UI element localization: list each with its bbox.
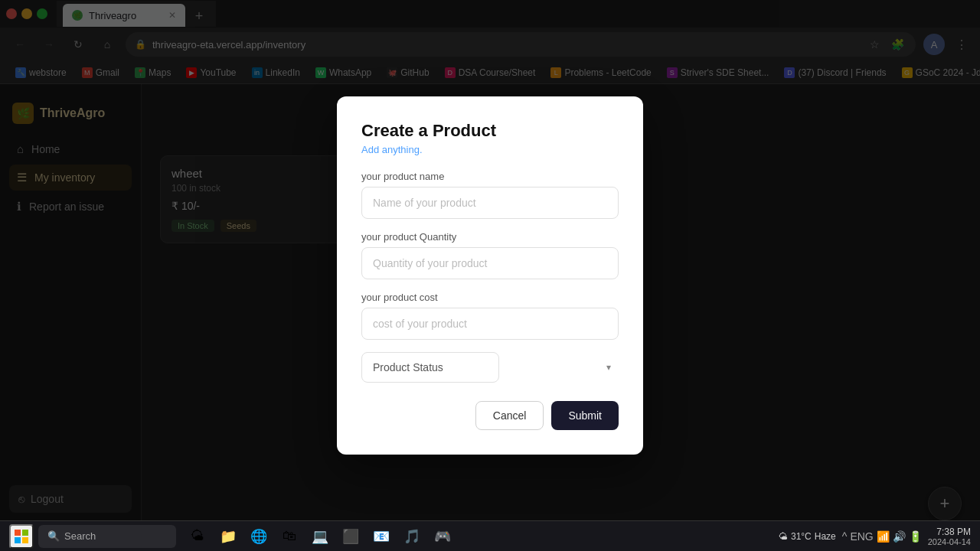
product-quantity-label: your product Quantity: [361, 231, 619, 243]
clock-time: 7:38 PM: [928, 527, 971, 537]
search-icon: 🔍: [47, 530, 60, 542]
taskbar-app-mail[interactable]: 📧: [368, 523, 395, 550]
product-cost-group: your product cost: [361, 292, 619, 340]
taskbar-app-terminal[interactable]: ⬛: [337, 523, 364, 550]
weather-widget: 🌤 31°C Haze: [779, 531, 836, 542]
cancel-button[interactable]: Cancel: [475, 401, 544, 430]
taskbar-app-vscode[interactable]: 💻: [306, 523, 334, 550]
windows-icon: [15, 530, 28, 543]
weather-condition: Haze: [815, 531, 836, 542]
taskbar-app-browser[interactable]: 🌐: [245, 523, 273, 550]
product-status-select[interactable]: Product Status In Stock Out of Stock Low…: [361, 352, 499, 383]
product-name-input[interactable]: [361, 187, 619, 219]
taskbar: 🔍 Search 🌤 📁 🌐 🛍 💻 ⬛ 📧 🎵 🎮 🌤 31°C Haze ^…: [0, 520, 980, 551]
product-quantity-group: your product Quantity: [361, 231, 619, 279]
weather-temp: 31°C: [791, 531, 812, 542]
start-button[interactable]: [9, 524, 34, 549]
chevron-up-icon[interactable]: ^: [842, 530, 848, 543]
taskbar-clock[interactable]: 7:38 PM 2024-04-14: [928, 527, 971, 546]
weather-icon: 🌤: [779, 531, 788, 542]
product-status-group: Product Status In Stock Out of Stock Low…: [361, 352, 619, 383]
lang-indicator: ENG: [850, 530, 873, 543]
taskbar-app-widgets[interactable]: 🌤: [184, 523, 211, 550]
chevron-down-icon: ▾: [606, 362, 611, 373]
taskbar-app-store[interactable]: 🛍: [276, 523, 303, 550]
modal-title: Create a Product: [361, 121, 619, 141]
taskbar-search-label: Search: [64, 530, 96, 542]
taskbar-app-music[interactable]: 🎵: [398, 523, 426, 550]
modal-overlay: Create a Product Add anything. your prod…: [0, 0, 980, 551]
create-product-modal: Create a Product Add anything. your prod…: [337, 96, 643, 455]
taskbar-search-box[interactable]: 🔍 Search: [38, 525, 176, 548]
taskbar-right: 🌤 31°C Haze ^ ENG 📶 🔊 🔋 7:38 PM 2024-04-…: [779, 527, 971, 546]
modal-subtitle: Add anything.: [361, 144, 619, 155]
modal-actions: Cancel Submit: [361, 401, 619, 430]
svg-rect-1: [22, 530, 28, 536]
taskbar-apps: 🌤 📁 🌐 🛍 💻 ⬛ 📧 🎵 🎮: [184, 523, 456, 550]
svg-rect-2: [15, 537, 21, 543]
svg-rect-3: [22, 537, 28, 543]
product-cost-input[interactable]: [361, 308, 619, 340]
product-status-wrapper: Product Status In Stock Out of Stock Low…: [361, 352, 619, 383]
battery-icon[interactable]: 🔋: [909, 530, 922, 543]
svg-rect-0: [15, 530, 21, 536]
volume-icon[interactable]: 🔊: [893, 530, 906, 543]
system-tray: ^ ENG 📶 🔊 🔋: [842, 530, 922, 543]
product-name-group: your product name: [361, 171, 619, 219]
submit-button[interactable]: Submit: [551, 401, 619, 430]
clock-date: 2024-04-14: [928, 537, 971, 546]
product-quantity-input[interactable]: [361, 247, 619, 279]
taskbar-app-game[interactable]: 🎮: [429, 523, 456, 550]
taskbar-app-files[interactable]: 📁: [214, 523, 242, 550]
product-name-label: your product name: [361, 171, 619, 182]
product-cost-label: your product cost: [361, 292, 619, 303]
network-icon[interactable]: 📶: [877, 530, 890, 543]
